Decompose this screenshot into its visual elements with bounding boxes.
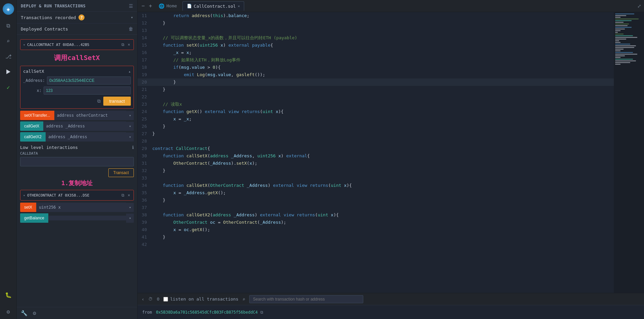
- contract-callcontract-copy-icon[interactable]: ⧉: [121, 42, 125, 48]
- code-line-40: 40 x = oc.getX();: [138, 226, 614, 233]
- tab-callcontract-close-icon[interactable]: ×: [238, 4, 240, 8]
- x-param-label: x:: [23, 88, 42, 93]
- code-line-35: 35 x = _Address.getX();: [138, 189, 614, 197]
- x-param-input[interactable]: [44, 87, 131, 95]
- transactions-bar: Transactions recorded 7 ▾: [17, 12, 137, 23]
- contract-callcontract-header[interactable]: ▾ CALLCONTRACT AT 0XDA0...42B5 ⧉ ×: [20, 40, 133, 50]
- code-line-17: 17 // 如果转入ETH，则释放Log事件: [138, 56, 614, 64]
- callsetx-collapse-icon[interactable]: ▴: [128, 69, 131, 74]
- address-param-input[interactable]: [47, 76, 131, 85]
- code-line-31: 31 OtherContract(_Address).setX(x);: [138, 160, 614, 167]
- getbalance-button[interactable]: getBalance: [20, 213, 48, 223]
- othercontract-close-icon[interactable]: ×: [127, 192, 131, 198]
- code-line-12: 12 }: [138, 19, 614, 27]
- bottom-clock-icon: ⏱: [148, 297, 153, 302]
- callgetx2-row: callGetX2 address _Address ▾: [20, 132, 134, 142]
- tab-expand-icon[interactable]: ⤢: [637, 3, 641, 9]
- getbalance-chevron-icon[interactable]: ▾: [126, 214, 134, 223]
- code-line-24: 24 function getX() external view returns…: [138, 108, 614, 115]
- contract-callcontract-close-icon[interactable]: ×: [127, 42, 131, 48]
- bottom-count: 0: [157, 297, 159, 302]
- callsetx-copy-icon[interactable]: ⧉: [97, 98, 101, 104]
- sidebar-content: ▾ CALLCONTRACT AT 0XDA0...42B5 ⧉ × 调用cal…: [17, 35, 137, 307]
- sidebar-bottom-settings-icon[interactable]: ⚙: [33, 310, 36, 316]
- low-level-info-icon[interactable]: ℹ: [132, 145, 134, 150]
- code-line-27: 27 }: [138, 130, 614, 138]
- contract-othercontract: ▾ OTHERCONTRACT AT 0X358...D5E ⧉ ×: [20, 190, 134, 201]
- code-editor[interactable]: 11 return address(this).balance; 12 } 13…: [138, 12, 614, 293]
- setx-row: setX uint256 x ▾: [20, 203, 134, 212]
- code-line-20: 20 }: [138, 78, 614, 86]
- callgetx-button[interactable]: callGetX: [20, 121, 43, 131]
- getbalance-row: getBalance ▾: [20, 213, 134, 223]
- listen-checkbox-area: listen on all transactions: [163, 297, 238, 302]
- bottom-search-input[interactable]: [249, 295, 363, 303]
- sidebar-menu-icon[interactable]: ☰: [129, 3, 133, 9]
- code-line-13: 13: [138, 27, 614, 34]
- code-line-23: 23 // 读取x: [138, 101, 614, 108]
- code-line-30: 30 function callSetX(address _Address, u…: [138, 152, 614, 160]
- nav-deploy-icon[interactable]: [4, 67, 13, 76]
- code-line-42: 42: [138, 241, 614, 248]
- othercontract-copy-icon[interactable]: ⧉: [121, 192, 125, 198]
- code-line-18: 18 if(msg.value > 0){: [138, 64, 614, 71]
- tx-from-label: from: [142, 310, 152, 315]
- nav-search-icon[interactable]: ⌕: [4, 36, 13, 46]
- setxtransfer-chevron-icon[interactable]: ▾: [126, 111, 134, 120]
- callsetx-header: callSetX ▴: [23, 69, 131, 74]
- svg-marker-0: [6, 69, 10, 74]
- low-level-btns: Transact: [20, 168, 134, 177]
- calldata-input[interactable]: [20, 157, 134, 166]
- low-level-section: Low level interactions ℹ CALLDATA Transa…: [20, 145, 134, 177]
- setx-chevron-icon[interactable]: ▾: [126, 203, 134, 212]
- icon-bar: ◈ ⧉ ⌕ ⎇ ✓ 🐛 ⚙: [0, 0, 17, 319]
- code-line-19: 19 emit Log(msg.value, gasleft());: [138, 71, 614, 78]
- annotation-copy-address: 1.复制地址: [17, 178, 137, 188]
- minimap-lines: [614, 12, 644, 67]
- callgetx2-chevron-icon[interactable]: ▾: [126, 132, 134, 142]
- nav-settings-icon[interactable]: ⚙: [4, 307, 13, 316]
- sidebar-header: DEPLOY & RUN TRANSACTIONS ☰: [17, 0, 137, 12]
- setxtransfer-button[interactable]: setXTransfer...: [20, 111, 54, 120]
- code-line-15: 15 function setX(uint256 x) external pay…: [138, 42, 614, 49]
- app-logo: ◈: [3, 3, 14, 15]
- contract-callcontract: ▾ CALLCONTRACT AT 0XDA0...42B5 ⧉ ×: [20, 39, 134, 50]
- sidebar-bottom-wrench-icon[interactable]: 🔧: [21, 310, 28, 316]
- nav-debug-icon[interactable]: 🐛: [4, 290, 13, 300]
- tx-copy-icon[interactable]: ⧉: [260, 310, 263, 315]
- transact-button[interactable]: transact: [103, 97, 131, 106]
- callgetx-chevron-icon[interactable]: ▾: [126, 122, 134, 131]
- transactions-label: Transactions recorded: [21, 15, 76, 20]
- tx-log: from 0x5B38Da6a701c568545dCfcB03FcB875f5…: [138, 305, 644, 319]
- x-param-row: x:: [23, 87, 131, 95]
- code-line-21: 21 }: [138, 86, 614, 93]
- deployed-trash-icon[interactable]: 🗑: [128, 26, 133, 32]
- setxtransfer-param: address otherContract: [54, 111, 126, 120]
- tab-home[interactable]: 🌐 Home: [155, 1, 181, 11]
- zoom-out-button[interactable]: −: [140, 2, 146, 10]
- deployed-label: Deployed Contracts: [21, 26, 68, 32]
- transactions-chevron-icon[interactable]: ▾: [131, 15, 133, 20]
- code-area-container: 11 return address(this).balance; 12 } 13…: [138, 12, 644, 293]
- code-line-28: 28: [138, 138, 614, 145]
- low-level-transact-button[interactable]: Transact: [108, 168, 134, 177]
- code-line-11: 11 return address(this).balance;: [138, 12, 614, 19]
- address-param-label: _Address:: [23, 78, 45, 83]
- nav-verified-icon[interactable]: ✓: [4, 83, 13, 92]
- tab-home-label: Home: [166, 3, 177, 8]
- contract-othercontract-header[interactable]: ▾ OTHERCONTRACT AT 0X358...D5E ⧉ ×: [20, 190, 133, 200]
- callgetx2-button[interactable]: callGetX2: [20, 132, 46, 142]
- code-line-25: 25 x = _x;: [138, 115, 614, 123]
- listen-label: listen on all transactions: [170, 297, 238, 302]
- low-level-title: Low level interactions: [20, 145, 78, 150]
- callgetx2-param: address _Address: [46, 132, 126, 142]
- setx-button[interactable]: setX: [20, 203, 36, 212]
- nav-git-icon[interactable]: ⎇: [4, 52, 13, 61]
- zoom-in-button[interactable]: +: [148, 2, 154, 10]
- code-line-39: 39 OtherContract oc = OtherContract(_Add…: [138, 219, 614, 226]
- listen-checkbox[interactable]: [163, 297, 168, 302]
- nav-files-icon[interactable]: ⧉: [4, 21, 13, 30]
- tab-callcontract[interactable]: 📄 CallContract.sol ×: [182, 1, 245, 11]
- annotation-callsetx: 调用callSetX: [17, 52, 137, 64]
- bottom-left-chevron-icon[interactable]: ‹: [142, 297, 144, 302]
